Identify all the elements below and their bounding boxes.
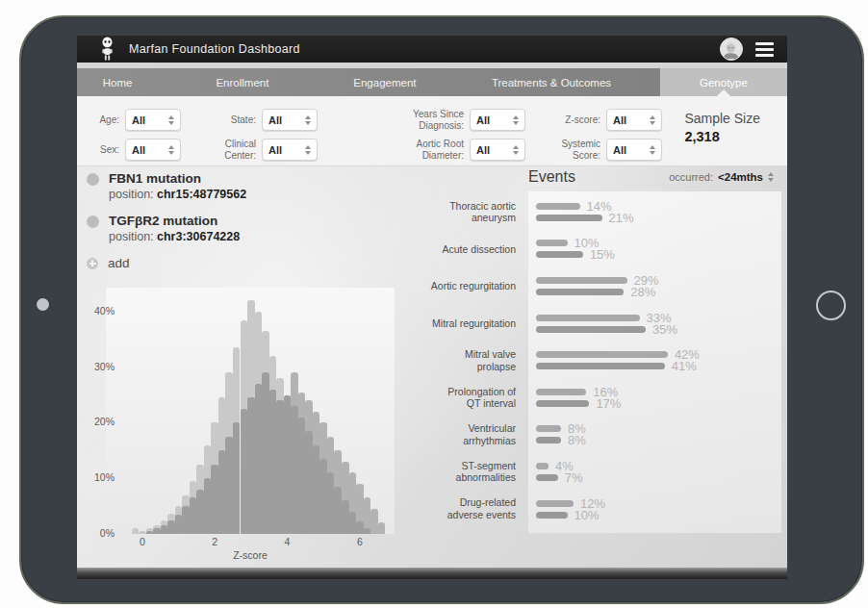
event-percent-label: 35% bbox=[652, 326, 677, 333]
hist-bar bbox=[196, 490, 204, 534]
event-bar bbox=[536, 351, 668, 358]
event-bars: 29%28% bbox=[523, 277, 659, 295]
event-bar bbox=[536, 500, 574, 507]
x-tick-label: 0 bbox=[133, 536, 152, 547]
event-bar bbox=[536, 512, 568, 519]
event-percent-label: 16% bbox=[593, 389, 618, 395]
mutation-position: position: chr3:30674228 bbox=[109, 230, 240, 243]
hist-bar bbox=[291, 406, 298, 534]
tab-genotype[interactable]: Genotype bbox=[660, 68, 787, 96]
event-bar-line: 35% bbox=[536, 326, 677, 333]
filter-select[interactable]: All bbox=[125, 139, 181, 161]
filter-select[interactable]: All bbox=[262, 139, 318, 161]
filter-select[interactable]: All bbox=[470, 139, 525, 161]
event-percent-label: 42% bbox=[675, 351, 700, 358]
event-percent-label: 41% bbox=[672, 363, 697, 369]
screen-bottom-bar bbox=[77, 568, 787, 579]
mutation-item[interactable]: FBN1 mutationposition: chr15:48779562 bbox=[87, 171, 246, 201]
event-bar-line: 42% bbox=[536, 351, 700, 358]
event-bar bbox=[536, 289, 624, 295]
filter-group: Clinical Center:All bbox=[206, 139, 318, 161]
hist-bar bbox=[255, 384, 263, 534]
plus-icon bbox=[87, 258, 98, 269]
hist-bar bbox=[305, 431, 313, 534]
hist-bar bbox=[319, 459, 327, 534]
mutation-bullet-icon bbox=[87, 173, 99, 186]
event-bar-line: 8% bbox=[536, 425, 586, 432]
event-label: Acute dissection bbox=[423, 243, 523, 256]
event-percent-label: 29% bbox=[634, 277, 659, 284]
filter-select[interactable]: All bbox=[262, 109, 318, 131]
event-bars: 10%15% bbox=[523, 240, 615, 258]
event-bar bbox=[536, 425, 561, 432]
hist-bar bbox=[298, 418, 306, 534]
tab-treatments-outcomes[interactable]: Treatments & Outcomes bbox=[443, 68, 660, 96]
filter-select[interactable]: All bbox=[125, 109, 181, 131]
mutation-item[interactable]: TGFβR2 mutationposition: chr3:30674228 bbox=[87, 214, 246, 243]
tab-home[interactable]: Home bbox=[77, 68, 158, 96]
hist-bar bbox=[334, 487, 342, 534]
avatar-photo-icon bbox=[721, 38, 741, 59]
occurred-select[interactable]: occurred: <24mths bbox=[669, 171, 783, 183]
event-bar bbox=[536, 400, 589, 407]
filter-label: Years Since Diagnosis: bbox=[389, 109, 464, 131]
event-bar bbox=[536, 251, 583, 258]
hist-bar bbox=[182, 506, 190, 534]
event-percent-label: 33% bbox=[647, 315, 672, 321]
filter-group: Aortic Root Diameter:All bbox=[389, 139, 525, 161]
stepper-arrows-icon bbox=[513, 145, 519, 155]
event-bars: 16%17% bbox=[523, 389, 621, 407]
hist-bar bbox=[247, 397, 255, 534]
event-bar-line: 29% bbox=[536, 277, 659, 284]
event-label: Drug-related adverse events bbox=[423, 496, 523, 520]
event-bar-line: 28% bbox=[536, 289, 659, 295]
filter-select[interactable]: All bbox=[606, 139, 662, 161]
user-avatar[interactable] bbox=[720, 38, 743, 61]
mutation-position-value: chr15:48779562 bbox=[157, 188, 246, 201]
app-logo-icon bbox=[98, 37, 116, 62]
hist-bar bbox=[370, 509, 378, 534]
filter-label: Age: bbox=[90, 114, 119, 126]
event-bar bbox=[536, 203, 580, 210]
hist-bar bbox=[211, 465, 218, 534]
event-bar-line: 21% bbox=[536, 215, 634, 221]
add-mutation-button[interactable]: add bbox=[87, 256, 246, 270]
sample-size-block: Sample Size 2,318 bbox=[684, 109, 787, 165]
stepper-arrows-icon bbox=[305, 115, 311, 125]
stepper-arrows-icon bbox=[513, 115, 519, 125]
event-bar bbox=[536, 437, 561, 443]
tab-engagement[interactable]: Engagement bbox=[327, 68, 443, 96]
event-bars: 14%21% bbox=[523, 203, 634, 221]
filter-row: Age:AllState:AllYears Since Diagnosis:Al… bbox=[90, 109, 662, 131]
event-bars: 33%35% bbox=[523, 315, 677, 333]
hist-bar bbox=[349, 512, 357, 534]
event-percent-label: 7% bbox=[565, 474, 583, 481]
event-label: Mitral regurgitation bbox=[423, 317, 523, 330]
filter-select[interactable]: All bbox=[606, 109, 662, 131]
tab-enrollment[interactable]: Enrollment bbox=[158, 68, 327, 96]
filter-select[interactable]: All bbox=[470, 109, 525, 131]
mutation-text: TGFβR2 mutationposition: chr3:30674228 bbox=[109, 214, 240, 243]
hist-bar bbox=[233, 422, 241, 534]
filter-label: State: bbox=[206, 114, 256, 126]
event-bars: 8%8% bbox=[523, 425, 586, 443]
events-header: Events occurred: <24mths bbox=[528, 168, 783, 186]
tab-label: Genotype bbox=[700, 77, 748, 89]
event-label: Mitral valve prolapse bbox=[423, 348, 523, 372]
event-percent-label: 10% bbox=[574, 512, 600, 519]
event-row: Mitral regurgitation33%35% bbox=[423, 305, 783, 342]
filter-label: Aortic Root Diameter: bbox=[389, 139, 464, 161]
hist-bar bbox=[190, 497, 197, 534]
hamburger-menu-icon[interactable] bbox=[755, 42, 774, 57]
event-bar bbox=[536, 215, 602, 221]
home-button[interactable] bbox=[816, 291, 846, 320]
filter-select-value: All bbox=[613, 114, 650, 126]
zscore-histogram: 0%10%20%30%40% 0246 Z-score bbox=[79, 288, 406, 561]
add-label: add bbox=[108, 256, 130, 270]
event-bar-line: 4% bbox=[536, 463, 583, 469]
event-label: Ventricular arrhythmias bbox=[423, 422, 523, 446]
tab-label: Home bbox=[103, 77, 133, 89]
hist-bar bbox=[269, 390, 277, 534]
filter-select-value: All bbox=[268, 114, 305, 126]
event-bar-line: 7% bbox=[536, 474, 583, 481]
